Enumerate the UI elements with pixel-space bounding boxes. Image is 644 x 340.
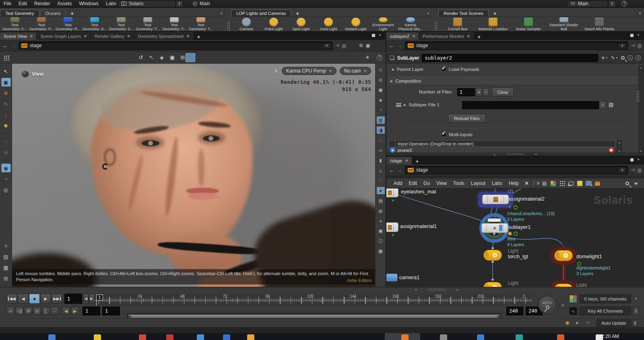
taskbar-app-1[interactable]: [48, 334, 56, 340]
shelf-dock-icon[interactable]: ≡: [1, 241, 11, 250]
shelf-tab-oceans[interactable]: Oceans: [40, 10, 66, 17]
desktop-spinner[interactable]: ▲▼: [176, 0, 183, 7]
shelf-tool-test-geometry-troll[interactable]: Test Geometry: T...: [188, 17, 214, 31]
info-icon[interactable]: i: [627, 55, 633, 60]
node-name-input[interactable]: sublayer2: [422, 54, 598, 62]
update-mode-dropdown[interactable]: Auto Update: [597, 319, 631, 327]
render-viewport[interactable]: View ✎ Karma CPU Persp▼ No cam▼ Renderin…: [12, 64, 375, 287]
tab-render-gallery[interactable]: Render Gallery✖: [91, 32, 134, 40]
stop-button[interactable]: ■: [29, 294, 40, 304]
channel-editor-icon[interactable]: ∿: [569, 307, 577, 315]
close-tab-icon[interactable]: ✖: [186, 34, 190, 38]
tab-geometry-spreadsheet[interactable]: Geometry Spreadsheet✖: [134, 32, 193, 40]
range-end-input[interactable]: 240: [506, 307, 523, 315]
display-primitives-icon[interactable]: ▱: [377, 147, 385, 154]
camera-dropdown[interactable]: No cam▼: [340, 67, 371, 75]
gear-menu-icon[interactable]: ✳▼: [601, 55, 608, 61]
lock-camera-icon[interactable]: ▣: [377, 86, 385, 93]
frame-selected-icon[interactable]: ◎: [377, 76, 385, 83]
tab-sublayer2[interactable]: sublayer2✖: [386, 32, 419, 40]
shelf-tool-test-geometry-test-head[interactable]: Test Geometry: T...: [161, 17, 188, 31]
node-label[interactable]: sublayer1: [508, 224, 530, 230]
import-camera-icon[interactable]: ▣: [167, 53, 177, 62]
menu-item[interactable]: Labs: [102, 0, 120, 7]
scene-path-dropdown[interactable]: stage ▼: [19, 41, 332, 50]
param-help-icon[interactable]: ?: [636, 55, 641, 60]
range-start-input[interactable]: 1: [83, 307, 100, 315]
search-icon[interactable]: [621, 56, 625, 60]
key-all-spinner[interactable]: ▲▼: [633, 307, 639, 315]
close-tab-icon[interactable]: ✖: [405, 159, 408, 163]
secure-selection-lock-icon[interactable]: ▣: [1, 78, 11, 87]
shelf-add-tab-icon[interactable]: +: [66, 10, 78, 17]
go-to-start-button[interactable]: ◀◀: [6, 294, 17, 304]
memory-brain-icon[interactable]: ●: [576, 320, 578, 325]
snapshot-icon[interactable]: ▤: [1, 252, 11, 261]
new-tab-icon[interactable]: +: [474, 34, 485, 40]
playbar-splitter[interactable]: ▲▲: [415, 288, 459, 291]
number-of-files-input[interactable]: 1: [457, 88, 475, 96]
network-menu-item[interactable]: View: [433, 180, 450, 186]
close-tab-icon[interactable]: ✖: [30, 34, 33, 38]
file-chooser-icon[interactable]: ▤: [609, 102, 613, 108]
play-reverse-button[interactable]: ◀: [18, 294, 29, 304]
shelf-tool-test-geometry-squab[interactable]: Test Geometry: S...: [108, 17, 134, 31]
shelf-tool-test-geometry-tommy[interactable]: Test Geometry: T...: [134, 17, 161, 31]
forward-icon[interactable]: →: [397, 167, 402, 173]
background-image-icon[interactable]: ▤: [377, 197, 385, 204]
dots-grid-icon[interactable]: [559, 180, 566, 187]
tools-wrench-icon[interactable]: ✕: [523, 180, 530, 187]
taskbar-app-8[interactable]: [401, 334, 409, 340]
material-preview-icon[interactable]: ●: [377, 187, 385, 194]
tab-scene-view[interactable]: Scene View✖: [0, 32, 36, 40]
taskbar-app-12[interactable]: [557, 334, 564, 340]
snap-magnet-icon[interactable]: ∩: [1, 137, 11, 146]
shelf-tool-point-light[interactable]: Point Light: [260, 17, 287, 31]
multi-inputs-checkbox[interactable]: ✔Multi-inputs: [441, 132, 473, 137]
pin-pane-icon[interactable]: ⊣: [630, 167, 634, 173]
network-menu-item[interactable]: Help: [506, 180, 522, 186]
audio-icon[interactable]: ◁): [15, 307, 23, 315]
shelf-tool-camera[interactable]: Camera: [233, 17, 260, 31]
shelf-overflow-icon[interactable]: ▼: [638, 12, 642, 15]
step-back-button[interactable]: ◀: [83, 294, 89, 304]
new-tab-icon[interactable]: +: [412, 158, 423, 164]
keyframe-scope-icon[interactable]: [569, 295, 577, 303]
pane-maximize-icon[interactable]: [372, 34, 375, 37]
pane-maximize-icon[interactable]: [630, 158, 634, 162]
display-particles-icon[interactable]: ∵: [377, 177, 385, 184]
display-options-icon[interactable]: ◇: [377, 66, 385, 73]
shelf-tool-karma-physical-sky[interactable]: Karma Physical Sky...: [397, 17, 424, 31]
network-search-icon[interactable]: [623, 180, 631, 187]
sticky-note-icon[interactable]: [576, 180, 584, 187]
delete-input-icon[interactable]: ✖: [609, 147, 614, 153]
cook-indicator-icon[interactable]: ◉: [565, 320, 569, 325]
view-mask-icon[interactable]: ◔: [1, 174, 11, 183]
node-label[interactable]: eyelashes_mat: [401, 189, 436, 195]
node-label[interactable]: assignmaterial1: [400, 223, 437, 229]
network-menu-item[interactable]: Layout: [468, 180, 489, 186]
sublayer-node-icon[interactable]: ❏: [390, 55, 394, 61]
menu-item[interactable]: Edit: [15, 0, 31, 7]
node-sublayer1[interactable]: ♣ +: [481, 223, 508, 233]
keys-expand-icon[interactable]: ▲: [634, 296, 638, 300]
onion-skin-icon[interactable]: ◍: [377, 207, 385, 214]
key-all-channels-dropdown[interactable]: Key All Channels: [580, 307, 631, 315]
playbar-target-spinner[interactable]: ▲▼: [609, 0, 616, 7]
param-scrollbar[interactable]: ▲▼: [638, 65, 644, 153]
hilite-render-icon[interactable]: ⚙: [359, 43, 363, 48]
view-tool-camera-icon[interactable]: ◉: [1, 164, 11, 172]
playbar-options-icon[interactable]: ▱: [6, 307, 14, 315]
node-label[interactable]: camera1: [399, 274, 420, 280]
show-cameras-icon[interactable]: ▥: [377, 116, 385, 124]
back-icon[interactable]: ←: [389, 42, 394, 49]
table-scrollbar[interactable]: ▲▼: [617, 140, 622, 153]
scale-tool-icon[interactable]: ↕: [1, 110, 11, 119]
shelf-overflow-icon[interactable]: ▼: [220, 12, 223, 15]
windows-layout-icon[interactable]: [568, 180, 575, 187]
shelf-tool-spot-light[interactable]: Spot Light: [287, 17, 315, 31]
range-end-handle[interactable]: ◀: [497, 314, 500, 318]
taskbar-app-10[interactable]: [477, 334, 484, 340]
node-arealight1[interactable]: [554, 284, 573, 287]
node-label[interactable]: torch_lgt: [508, 253, 528, 259]
